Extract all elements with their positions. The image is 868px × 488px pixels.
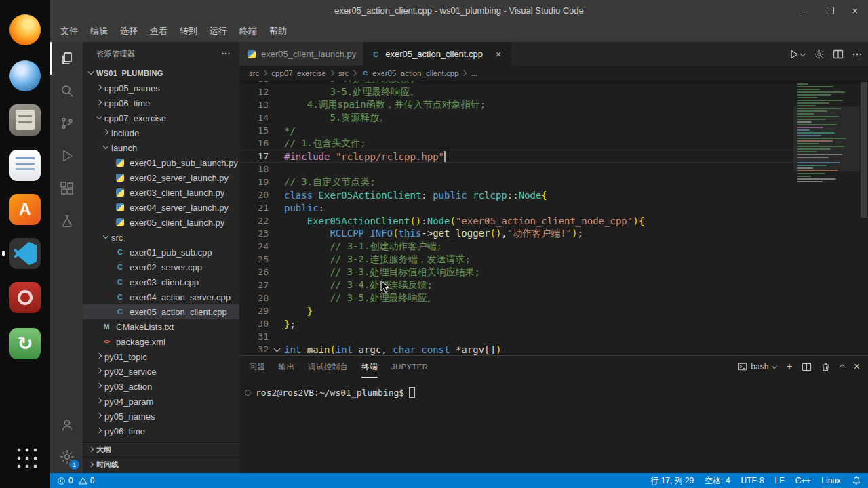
tree-item[interactable]: Cexer03_client.cpp [83, 274, 239, 289]
tree-item[interactable]: exer01_pub_sub_launch.py [83, 155, 239, 170]
search-icon[interactable] [50, 75, 83, 107]
code-line-30[interactable]: 30}; [239, 317, 793, 330]
screen-recorder-icon[interactable] [9, 282, 41, 313]
code-line-25[interactable]: 25 // 3-2.连接服务端，发送请求; [239, 253, 793, 266]
code-line-24[interactable]: 24 // 3-1.创建动作客户端; [239, 240, 793, 253]
panel-tab-JUPYTER[interactable]: JUPYTER [391, 356, 429, 378]
outline-section[interactable]: 大纲 [83, 442, 239, 457]
tree-item[interactable]: <>package.xml [83, 334, 239, 349]
code-line-14[interactable]: 14 5.资源释放。 [239, 111, 793, 124]
tree-item[interactable]: cpp07_exercise [83, 110, 239, 125]
breadcrumb-item[interactable]: src [338, 69, 349, 77]
menu-运行[interactable]: 运行 [203, 23, 233, 39]
close-panel-button[interactable]: × [854, 361, 860, 372]
timeline-section[interactable]: 时间线 [83, 457, 239, 472]
split-editor-button[interactable] [833, 49, 844, 60]
tab-exer05_action_client.cpp[interactable]: Cexer05_action_client.cpp× [363, 42, 512, 66]
code-line-17[interactable]: 17#include "rclcpp/rclcpp.hpp" [239, 150, 793, 163]
new-terminal-button[interactable]: + [786, 361, 792, 372]
code-line-16[interactable]: 16// 1.包含头文件; [239, 137, 793, 150]
breadcrumb-item[interactable]: cpp07_exercise [271, 69, 326, 77]
code-line-13[interactable]: 13 4.调用spain函数，并传入节点对象指针; [239, 98, 793, 111]
encoding-status[interactable]: UTF-8 [741, 476, 764, 485]
code-line-20[interactable]: 20class Exer05ActionClient: public rclcp… [239, 188, 793, 201]
code-line-28[interactable]: 28 // 3-5.处理最终响应。 [239, 291, 793, 304]
sync-icon[interactable]: ↻ [9, 328, 41, 359]
account-icon[interactable] [50, 408, 83, 441]
notifications-bell-icon[interactable] [852, 476, 861, 485]
panel-tab-终端[interactable]: 终端 [361, 356, 378, 378]
tree-item[interactable]: py06_time [83, 424, 239, 439]
tree-item[interactable]: cpp05_names [83, 81, 239, 96]
panel-tab-问题[interactable]: 问题 [249, 356, 265, 378]
firefox-icon[interactable] [9, 14, 41, 45]
tree-item[interactable]: Cexer05_action_client.cpp [83, 304, 239, 319]
tree-item[interactable]: exer02_server_launch.py [83, 170, 239, 185]
code-line-31[interactable]: 31 [239, 330, 793, 343]
code-line-15[interactable]: 15*/ [239, 124, 793, 137]
menu-文件[interactable]: 文件 [54, 23, 84, 39]
tree-item[interactable]: exer05_client_launch.py [83, 215, 239, 230]
tree-item[interactable]: py01_topic [83, 349, 239, 364]
panel-tab-输出[interactable]: 输出 [279, 356, 295, 378]
minimize-button[interactable]: – [797, 3, 812, 18]
tree-item[interactable]: exer03_client_launch.py [83, 185, 239, 200]
code-line-32[interactable]: 32int main(int argc, char const *argv[]) [239, 343, 793, 355]
more-actions-button[interactable] [852, 49, 863, 60]
menu-选择[interactable]: 选择 [114, 23, 144, 39]
close-tab-icon[interactable]: × [492, 49, 505, 60]
settings-gear-icon[interactable]: 1 [50, 441, 83, 473]
breadcrumb-item[interactable]: ... [471, 69, 477, 77]
workspace-section-header[interactable]: WS01_PLUMBING [83, 66, 239, 81]
fold-chevron-icon[interactable] [271, 343, 284, 355]
more-actions-icon[interactable] [220, 48, 231, 60]
os-indicator[interactable]: Linux [821, 476, 841, 485]
maximize-panel-button[interactable] [840, 364, 845, 369]
browser-icon[interactable] [9, 60, 41, 92]
tree-item[interactable]: include [83, 125, 239, 140]
breadcrumb-item[interactable]: src [249, 69, 259, 77]
tree-item[interactable]: cpp06_time [83, 96, 239, 110]
menu-查看[interactable]: 查看 [144, 23, 174, 39]
panel-tab-调试控制台[interactable]: 调试控制台 [308, 356, 348, 378]
menu-终端[interactable]: 终端 [233, 23, 263, 39]
cursor-position[interactable]: 行 17, 列 29 [650, 475, 694, 487]
close-button[interactable]: × [848, 3, 863, 18]
maximize-button[interactable] [823, 3, 837, 18]
tree-item[interactable]: Cexer02_server.cpp [83, 260, 239, 274]
tab-exer05_client_launch.py[interactable]: exer05_client_launch.py [239, 42, 363, 66]
tree-item[interactable]: MCMakeLists.txt [83, 319, 239, 334]
eol-status[interactable]: LF [775, 476, 785, 485]
tree-item[interactable]: Cexer04_action_server.cpp [83, 289, 239, 304]
ubuntu-software-icon[interactable] [9, 194, 41, 225]
menu-转到[interactable]: 转到 [174, 23, 203, 39]
tree-item[interactable]: py02_service [83, 364, 239, 379]
run-debug-icon[interactable] [50, 140, 83, 172]
split-terminal-button[interactable] [802, 362, 812, 372]
extensions-icon[interactable] [50, 172, 83, 205]
tree-item[interactable]: py03_action [83, 379, 239, 394]
tree-item[interactable]: py05_names [83, 409, 239, 424]
terminal[interactable]: ros2@ros2VB:~/ws01_plumbing$ [245, 387, 868, 398]
code-line-11[interactable]: 11 3-4.处理连续反馈; [239, 81, 793, 85]
code-line-21[interactable]: 21public: [239, 201, 793, 214]
minimap[interactable] [793, 82, 860, 355]
code-line-27[interactable]: 27 // 3-4.处理连续反馈; [239, 279, 793, 291]
indentation-status[interactable]: 空格: 4 [705, 475, 730, 487]
testing-icon[interactable] [50, 205, 83, 237]
code-line-18[interactable]: 18 [239, 163, 793, 176]
run-button[interactable] [789, 49, 806, 60]
language-mode[interactable]: C++ [795, 476, 811, 485]
code-line-19[interactable]: 19// 3.自定义节点类; [239, 176, 793, 188]
code-line-23[interactable]: 23 RCLCPP_INFO(this->get_logger(),"动作客户端… [239, 227, 793, 240]
code-line-26[interactable]: 26 // 3-3.处理目标值相关响应结果; [239, 266, 793, 279]
editor-scrollbar[interactable] [860, 81, 868, 355]
show-apps-icon[interactable] [14, 445, 37, 468]
tree-item[interactable]: py04_param [83, 394, 239, 409]
tree-item[interactable]: launch [83, 140, 239, 155]
tree-item[interactable]: src [83, 230, 239, 245]
menu-编辑[interactable]: 编辑 [84, 23, 114, 39]
code-line-12[interactable]: 12 3-5.处理最终响应。 [239, 85, 793, 98]
code-editor[interactable]: 11 3-4.处理连续反馈;12 3-5.处理最终响应。13 4.调用spain… [239, 81, 868, 355]
menu-帮助[interactable]: 帮助 [263, 23, 293, 39]
